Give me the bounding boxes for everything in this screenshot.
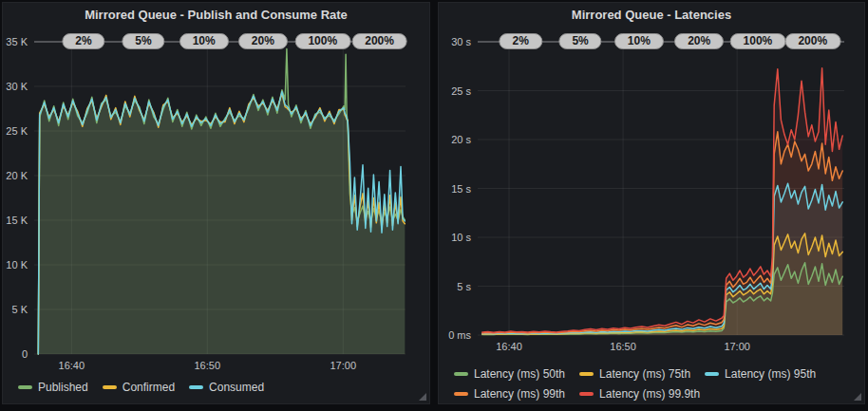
- x-tick-label: 16:50: [610, 341, 636, 352]
- annotation-pill[interactable]: 5%: [558, 33, 601, 49]
- legend: Latency (ms) 50thLatency (ms) 75thLatenc…: [454, 367, 859, 401]
- series-fill-4: [482, 68, 842, 335]
- annotation-pill[interactable]: 20%: [674, 33, 724, 49]
- annotation-pill[interactable]: 100%: [730, 33, 786, 49]
- panel-publish-consume-rate: Mirrored Queue - Publish and Consume Rat…: [2, 2, 430, 404]
- legend-label: Latency (ms) 75th: [599, 367, 690, 381]
- y-tick-label: 10 s: [439, 232, 471, 243]
- legend-item[interactable]: Latency (ms) 99th: [454, 387, 565, 401]
- x-tick-label: 16:40: [496, 341, 522, 352]
- y-tick-label: 5 K: [3, 304, 28, 315]
- panel-resize-handle[interactable]: [854, 393, 861, 401]
- legend-color-swatch: [579, 372, 594, 376]
- legend-color-swatch: [454, 392, 468, 396]
- y-tick-label: 15 s: [439, 183, 471, 195]
- panel-title[interactable]: Mirrored Queue - Publish and Consume Rat…: [3, 3, 429, 25]
- legend-color-swatch: [579, 392, 594, 396]
- legend-label: Latency (ms) 50th: [474, 367, 565, 381]
- annotation-pill[interactable]: 200%: [784, 33, 840, 49]
- legend-color-swatch: [189, 385, 203, 389]
- y-tick-label: 0: [3, 348, 28, 360]
- annotation-pill[interactable]: 10%: [614, 33, 664, 49]
- y-tick-label: 20 s: [439, 134, 471, 145]
- annotation-pill[interactable]: 5%: [122, 33, 164, 49]
- y-tick-label: 25 s: [439, 85, 471, 97]
- legend-color-swatch: [705, 372, 719, 376]
- legend-color-swatch: [18, 385, 32, 389]
- legend-label: Consumed: [209, 381, 264, 394]
- legend-label: Confirmed: [123, 381, 175, 394]
- legend-item[interactable]: Latency (ms) 75th: [579, 367, 690, 381]
- y-tick-label: 15 K: [3, 215, 28, 226]
- y-tick-label: 10 K: [3, 259, 28, 271]
- x-tick-label: 17:00: [330, 360, 356, 371]
- x-tick-label: 17:00: [724, 341, 750, 352]
- panel-title[interactable]: Mirrored Queue - Latencies: [439, 3, 864, 25]
- chart-canvas[interactable]: [478, 42, 844, 335]
- y-tick-label: 20 K: [3, 170, 28, 181]
- legend-label: Published: [38, 381, 88, 394]
- y-tick-label: 30 s: [439, 36, 471, 47]
- annotation-pill[interactable]: 10%: [179, 33, 229, 49]
- y-tick-label: 35 K: [3, 36, 28, 47]
- legend-item[interactable]: Latency (ms) 95th: [705, 367, 816, 381]
- legend-item[interactable]: Latency (ms) 50th: [454, 367, 565, 381]
- y-tick-label: 25 K: [3, 125, 28, 137]
- legend-item[interactable]: Confirmed: [103, 381, 175, 394]
- legend-label: Latency (ms) 95th: [725, 367, 816, 381]
- annotation-pill[interactable]: 200%: [351, 33, 407, 49]
- legend-color-swatch: [103, 385, 117, 389]
- annotation-pill[interactable]: 20%: [238, 33, 288, 49]
- annotation-pill[interactable]: 2%: [62, 33, 104, 49]
- x-tick-label: 16:40: [59, 360, 85, 371]
- annotation-pill[interactable]: 100%: [294, 33, 350, 49]
- panel-resize-handle[interactable]: [419, 393, 426, 401]
- legend-item[interactable]: Latency (ms) 99.9th: [579, 387, 700, 401]
- legend-item[interactable]: Published: [18, 381, 88, 394]
- panel-latencies: Mirrored Queue - Latencies Latency (ms) …: [438, 2, 865, 404]
- y-tick-label: 30 K: [3, 81, 28, 92]
- legend-item[interactable]: Consumed: [189, 381, 264, 394]
- annotation-pill[interactable]: 2%: [499, 33, 541, 49]
- y-tick-label: 5 s: [439, 281, 471, 292]
- dashboard: Mirrored Queue - Publish and Consume Rat…: [0, 0, 868, 411]
- chart-canvas[interactable]: [34, 42, 406, 354]
- x-tick-label: 16:50: [195, 360, 221, 371]
- y-tick-label: 0 ms: [439, 329, 471, 341]
- legend-color-swatch: [454, 372, 468, 376]
- legend-label: Latency (ms) 99th: [474, 387, 565, 401]
- legend: PublishedConfirmedConsumed: [18, 381, 417, 394]
- legend-label: Latency (ms) 99.9th: [599, 387, 700, 401]
